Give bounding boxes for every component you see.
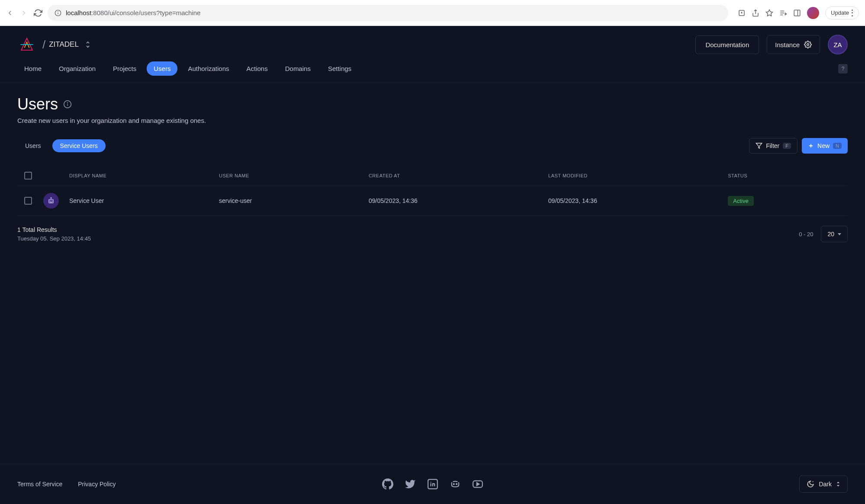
page-size-value: 20 bbox=[827, 231, 834, 238]
caret-down-icon bbox=[838, 233, 841, 235]
app-header: / ZITADEL Documentation Instance ZA bbox=[0, 26, 865, 55]
svg-point-12 bbox=[807, 44, 809, 46]
row-checkbox[interactable] bbox=[24, 197, 32, 205]
svg-marker-29 bbox=[476, 483, 479, 486]
col-status[interactable]: STATUS bbox=[728, 173, 848, 178]
svg-point-27 bbox=[456, 484, 457, 485]
discord-icon[interactable] bbox=[450, 478, 461, 490]
menu-dots-icon bbox=[852, 10, 853, 16]
new-key-badge: N bbox=[833, 143, 842, 149]
main-nav: Home Organization Projects Users Authori… bbox=[0, 55, 865, 83]
panel-icon[interactable] bbox=[793, 9, 801, 17]
chevron-updown-icon bbox=[836, 481, 840, 487]
cell-last-modified: 09/05/2023, 14:36 bbox=[548, 197, 728, 204]
zitadel-logo[interactable] bbox=[17, 35, 36, 54]
linkedin-icon[interactable] bbox=[427, 478, 438, 490]
org-switcher-icon[interactable] bbox=[85, 41, 91, 48]
filter-label: Filter bbox=[766, 142, 779, 149]
svg-marker-4 bbox=[766, 10, 773, 16]
cell-user-name: service-user bbox=[219, 197, 369, 204]
subtab-users[interactable]: Users bbox=[17, 139, 49, 152]
new-label: New bbox=[817, 142, 830, 149]
filter-icon bbox=[756, 142, 762, 149]
table-row[interactable]: Service User service-user 09/05/2023, 14… bbox=[17, 186, 848, 216]
nav-domains[interactable]: Domains bbox=[278, 61, 318, 76]
col-created-at[interactable]: CREATED AT bbox=[369, 173, 548, 178]
breadcrumb-separator: / bbox=[42, 38, 45, 51]
bookmark-icon[interactable] bbox=[765, 9, 773, 17]
update-label: Update bbox=[831, 10, 849, 16]
tos-link[interactable]: Terms of Service bbox=[17, 481, 62, 488]
page-title: Users bbox=[17, 95, 58, 113]
url-bar[interactable]: localhost:8080/ui/console/users?type=mac… bbox=[48, 5, 728, 21]
nav-organization[interactable]: Organization bbox=[52, 61, 103, 76]
playlist-icon[interactable] bbox=[779, 9, 787, 17]
table-header: DISPLAY NAME USER NAME CREATED AT LAST M… bbox=[17, 166, 848, 186]
filter-button[interactable]: Filter F bbox=[749, 138, 797, 154]
update-button[interactable]: Update bbox=[825, 6, 859, 19]
status-badge: Active bbox=[728, 196, 753, 206]
youtube-icon[interactable] bbox=[472, 478, 483, 490]
page-range: 0 - 20 bbox=[799, 231, 813, 238]
back-icon[interactable] bbox=[6, 9, 14, 17]
svg-point-2 bbox=[58, 12, 58, 12]
nav-users[interactable]: Users bbox=[147, 61, 177, 76]
site-info-icon[interactable] bbox=[55, 10, 61, 16]
footer: Terms of Service Privacy Policy Dark bbox=[0, 464, 865, 504]
org-name[interactable]: ZITADEL bbox=[49, 40, 79, 49]
github-icon[interactable] bbox=[382, 478, 393, 490]
svg-rect-9 bbox=[794, 10, 800, 16]
theme-switcher[interactable]: Dark bbox=[799, 475, 848, 493]
service-user-avatar bbox=[43, 193, 59, 209]
browser-chrome: localhost:8080/ui/console/users?type=mac… bbox=[0, 0, 865, 26]
moon-icon bbox=[807, 480, 814, 488]
help-shortcut[interactable]: ? bbox=[838, 64, 848, 74]
new-button[interactable]: New N bbox=[802, 138, 848, 154]
col-last-modified[interactable]: LAST MODIFIED bbox=[548, 173, 728, 178]
twitter-icon[interactable] bbox=[405, 478, 416, 490]
share-icon[interactable] bbox=[752, 9, 759, 17]
results-info: 1 Total Results Tuesday 05. Sep 2023, 14… bbox=[17, 225, 91, 243]
nav-authorizations[interactable]: Authorizations bbox=[181, 61, 236, 76]
instance-label: Instance bbox=[775, 41, 800, 48]
nav-actions[interactable]: Actions bbox=[240, 61, 275, 76]
nav-projects[interactable]: Projects bbox=[106, 61, 143, 76]
install-icon[interactable] bbox=[738, 9, 746, 17]
cell-display-name: Service User bbox=[69, 197, 219, 204]
page-description: Create new users in your organization an… bbox=[17, 117, 848, 124]
svg-point-26 bbox=[453, 484, 454, 485]
page-size-select[interactable]: 20 bbox=[821, 226, 848, 242]
theme-label: Dark bbox=[819, 481, 832, 488]
documentation-button[interactable]: Documentation bbox=[695, 35, 759, 54]
cell-created-at: 09/05/2023, 14:36 bbox=[369, 197, 548, 204]
privacy-link[interactable]: Privacy Policy bbox=[78, 481, 116, 488]
nav-settings[interactable]: Settings bbox=[321, 61, 358, 76]
url-text: localhost:8080/ui/console/users?type=mac… bbox=[66, 9, 200, 16]
users-table: DISPLAY NAME USER NAME CREATED AT LAST M… bbox=[17, 166, 848, 216]
filter-key-badge: F bbox=[783, 143, 791, 149]
svg-point-21 bbox=[51, 198, 51, 199]
info-icon[interactable] bbox=[63, 100, 72, 109]
subtab-service-users[interactable]: Service Users bbox=[52, 139, 106, 152]
svg-point-23 bbox=[52, 201, 53, 202]
col-display-name[interactable]: DISPLAY NAME bbox=[69, 173, 219, 178]
bot-icon bbox=[47, 197, 55, 205]
select-all-checkbox[interactable] bbox=[24, 172, 32, 180]
svg-marker-8 bbox=[785, 13, 787, 15]
forward-icon[interactable] bbox=[20, 9, 28, 17]
instance-button[interactable]: Instance bbox=[767, 35, 820, 54]
plus-icon bbox=[808, 143, 814, 149]
svg-marker-16 bbox=[756, 143, 762, 148]
profile-avatar[interactable] bbox=[807, 7, 819, 19]
nav-home[interactable]: Home bbox=[17, 61, 48, 76]
col-user-name[interactable]: USER NAME bbox=[219, 173, 369, 178]
user-avatar[interactable]: ZA bbox=[828, 35, 848, 55]
svg-point-15 bbox=[68, 103, 68, 103]
svg-point-22 bbox=[50, 201, 51, 202]
reload-icon[interactable] bbox=[34, 9, 42, 17]
gear-icon bbox=[804, 41, 812, 48]
